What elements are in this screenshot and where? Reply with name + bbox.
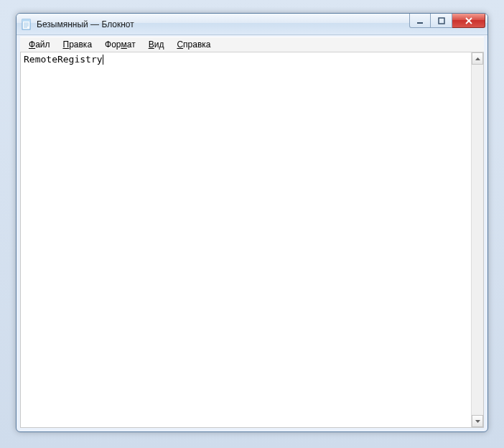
svg-rect-7 bbox=[439, 18, 444, 24]
client-area: RemoteRegistry bbox=[20, 52, 484, 428]
menu-help[interactable]: Справка bbox=[171, 38, 216, 51]
close-button[interactable] bbox=[452, 14, 485, 28]
close-icon bbox=[465, 17, 473, 24]
menu-file[interactable]: Файл bbox=[23, 38, 56, 51]
caption-buttons bbox=[409, 14, 485, 28]
window-title: Безымянный — Блокнот bbox=[37, 19, 134, 29]
svg-rect-6 bbox=[417, 22, 423, 24]
titlebar[interactable]: Безымянный — Блокнот bbox=[17, 14, 487, 35]
minimize-button[interactable] bbox=[409, 14, 431, 28]
svg-marker-11 bbox=[475, 420, 480, 423]
chevron-down-icon bbox=[475, 420, 480, 423]
minimize-icon bbox=[416, 17, 424, 24]
menubar: Файл Правка Формат Вид Справка bbox=[20, 37, 484, 52]
scroll-down-button[interactable] bbox=[472, 415, 483, 427]
desktop-background: Безымянный — Блокнот Файл Правка bbox=[0, 0, 504, 448]
menu-edit[interactable]: Правка bbox=[57, 38, 98, 51]
scroll-up-button[interactable] bbox=[472, 52, 483, 65]
svg-marker-10 bbox=[475, 57, 480, 60]
chevron-up-icon bbox=[475, 57, 480, 60]
menu-format[interactable]: Формат bbox=[99, 38, 141, 51]
vertical-scrollbar[interactable] bbox=[471, 52, 483, 427]
menu-view[interactable]: Вид bbox=[143, 38, 170, 51]
text-editor[interactable]: RemoteRegistry bbox=[21, 52, 471, 427]
maximize-icon bbox=[438, 17, 445, 24]
notepad-window: Безымянный — Блокнот Файл Правка bbox=[16, 13, 488, 432]
editor-content: RemoteRegistry bbox=[24, 54, 103, 65]
scroll-track[interactable] bbox=[472, 65, 483, 415]
text-caret bbox=[103, 55, 103, 65]
maximize-button[interactable] bbox=[431, 14, 452, 28]
notepad-app-icon bbox=[21, 19, 32, 30]
svg-rect-1 bbox=[22, 19, 30, 22]
